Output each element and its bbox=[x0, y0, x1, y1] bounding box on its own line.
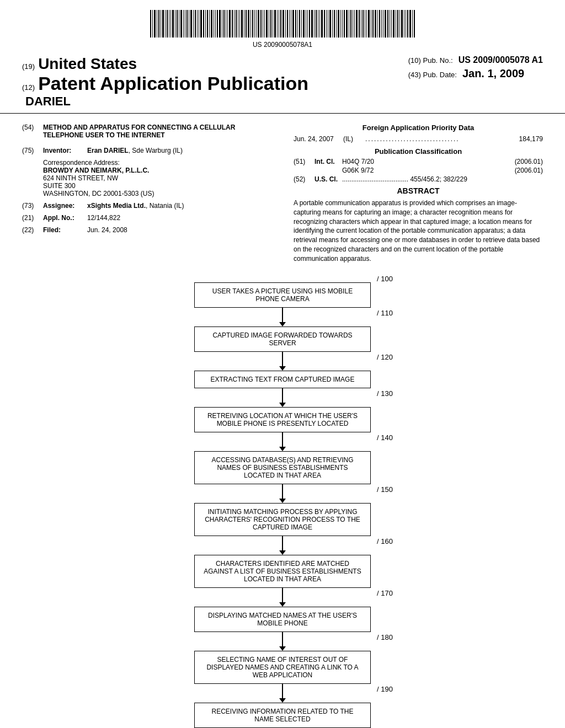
svg-rect-99 bbox=[353, 10, 353, 38]
svg-rect-6 bbox=[162, 10, 164, 38]
flow-box-2: CAPTURED IMAGE FORWARDED TOWARDS SERVER bbox=[194, 326, 371, 352]
svg-rect-38 bbox=[227, 10, 228, 38]
svg-rect-46 bbox=[244, 10, 244, 38]
svg-rect-57 bbox=[266, 10, 268, 38]
svg-rect-15 bbox=[180, 10, 182, 38]
svg-rect-47 bbox=[246, 10, 247, 38]
svg-rect-19 bbox=[189, 10, 189, 38]
svg-rect-53 bbox=[258, 10, 259, 38]
svg-rect-92 bbox=[338, 10, 339, 38]
svg-rect-49 bbox=[250, 10, 251, 38]
assignee-row: (73) Assignee: xSights Media Ltd., Natan… bbox=[22, 202, 271, 210]
svg-rect-73 bbox=[299, 10, 300, 38]
pub-date-label: (43) Pub. Date: bbox=[408, 71, 457, 79]
corr-line4: WASHINGTON, DC 20001-5303 (US) bbox=[43, 190, 271, 197]
step-label-160: / 160 bbox=[377, 537, 393, 545]
svg-rect-10 bbox=[170, 10, 171, 38]
svg-rect-48 bbox=[248, 10, 249, 38]
svg-rect-22 bbox=[195, 10, 196, 38]
svg-rect-97 bbox=[349, 10, 349, 38]
svg-rect-37 bbox=[226, 10, 226, 38]
arrow-7: / 170 bbox=[167, 588, 398, 607]
arrow-3: / 130 bbox=[167, 388, 398, 407]
step-label-120: / 120 bbox=[377, 353, 393, 361]
arrow-8: / 180 bbox=[167, 632, 398, 651]
svg-rect-24 bbox=[199, 10, 199, 38]
svg-rect-112 bbox=[379, 10, 380, 38]
corr-line3: SUITE 300 bbox=[43, 182, 271, 190]
flow-step-8: DISPLAYING MATCHED NAMES AT THE USER'S M… bbox=[167, 607, 398, 632]
us-number-label: (19) bbox=[22, 62, 35, 71]
svg-rect-122 bbox=[399, 10, 400, 38]
svg-rect-113 bbox=[381, 10, 382, 38]
flow-box-4: RETREIVING LOCATION AT WHICH THE USER'S … bbox=[194, 407, 371, 432]
foreign-data-row: Jun. 24, 2007 (IL) .....................… bbox=[294, 135, 543, 143]
left-column: (54) METHOD AND APPARATUS FOR CONNECTING… bbox=[0, 118, 282, 269]
flow-text-7: CHARACTERS IDENTIFIED ARE MATCHED AGAINS… bbox=[204, 560, 361, 583]
svg-rect-116 bbox=[387, 10, 388, 38]
flow-text-8: DISPLAYING MATCHED NAMES AT THE USER'S M… bbox=[208, 612, 357, 627]
svg-rect-5 bbox=[161, 10, 161, 38]
arrow-2: / 120 bbox=[167, 352, 398, 371]
title-block: (54) METHOD AND APPARATUS FOR CONNECTING… bbox=[22, 124, 271, 139]
svg-rect-30 bbox=[211, 10, 212, 38]
right-column: Foreign Application Priority Data Jun. 2… bbox=[282, 118, 565, 269]
svg-rect-69 bbox=[291, 10, 291, 38]
correspondence-label: Correspondence Address: bbox=[43, 159, 271, 167]
svg-rect-79 bbox=[311, 10, 313, 38]
patent-app-num-label: (12) bbox=[22, 83, 35, 92]
flow-step-9: SELECTING NAME OF INTEREST OUT OF DISPLA… bbox=[167, 651, 398, 684]
svg-rect-7 bbox=[165, 10, 166, 38]
appl-num: (21) bbox=[22, 214, 43, 222]
flow-box-10: RECEIVING INFORMATION RELATED TO THE NAM… bbox=[194, 703, 371, 728]
svg-rect-28 bbox=[207, 10, 208, 38]
arrow-9: / 190 bbox=[167, 684, 398, 703]
flow-step-2: CAPTURED IMAGE FORWARDED TOWARDS SERVER bbox=[167, 326, 398, 352]
svg-rect-105 bbox=[365, 10, 365, 38]
svg-rect-98 bbox=[350, 10, 351, 38]
svg-rect-104 bbox=[363, 10, 364, 38]
svg-rect-117 bbox=[390, 10, 390, 38]
svg-rect-90 bbox=[334, 10, 335, 38]
svg-rect-34 bbox=[219, 10, 221, 38]
svg-rect-55 bbox=[263, 10, 263, 38]
arrow-5: / 150 bbox=[167, 484, 398, 503]
flow-step-6: INITIATING MATCHING PROCESS BY APPLYING … bbox=[167, 503, 398, 536]
svg-rect-83 bbox=[319, 10, 320, 38]
flow-text-6: INITIATING MATCHING PROCESS BY APPLYING … bbox=[205, 508, 360, 531]
corr-line2: 624 NINTH STREET, NW bbox=[43, 174, 271, 182]
svg-rect-27 bbox=[205, 10, 206, 38]
svg-rect-59 bbox=[270, 10, 271, 38]
flow-step-1: USER TAKES A PICTURE USING HIS MOBILE PH… bbox=[167, 282, 398, 308]
inventor-value: Eran DARIEL, Sde Warburg (IL) bbox=[87, 147, 271, 154]
svg-rect-23 bbox=[197, 10, 198, 38]
appl-label: Appl. No.: bbox=[43, 214, 87, 222]
foreign-num: 184,179 bbox=[519, 135, 543, 143]
assignee-num: (73) bbox=[22, 202, 43, 210]
svg-rect-102 bbox=[359, 10, 360, 38]
flow-box-7: CHARACTERS IDENTIFIED ARE MATCHED AGAINS… bbox=[194, 555, 371, 588]
flow-step-5: ACCESSING DATABASE(S) AND RETRIEVING NAM… bbox=[167, 451, 398, 484]
svg-rect-86 bbox=[326, 10, 327, 38]
foreign-app-title: Foreign Application Priority Data bbox=[294, 124, 543, 132]
svg-rect-119 bbox=[393, 10, 395, 38]
svg-rect-3 bbox=[157, 10, 157, 38]
int-cl-g06k-year: (2006.01) bbox=[504, 167, 543, 174]
flow-text-4: RETREIVING LOCATION AT WHICH THE USER'S … bbox=[207, 412, 358, 427]
svg-rect-32 bbox=[215, 10, 216, 38]
svg-rect-35 bbox=[222, 10, 222, 38]
svg-rect-74 bbox=[301, 10, 302, 38]
svg-rect-109 bbox=[372, 10, 374, 38]
svg-rect-20 bbox=[190, 10, 192, 38]
svg-rect-89 bbox=[332, 10, 333, 38]
svg-rect-18 bbox=[186, 10, 188, 38]
svg-rect-110 bbox=[375, 10, 376, 38]
appl-row: (21) Appl. No.: 12/144,822 bbox=[22, 214, 271, 222]
header-section: (19) United States (12) Patent Applicati… bbox=[0, 51, 565, 109]
svg-rect-13 bbox=[177, 10, 178, 38]
svg-rect-11 bbox=[172, 10, 174, 38]
svg-rect-87 bbox=[328, 10, 328, 38]
svg-rect-17 bbox=[185, 10, 185, 38]
us-cl-value: .................................... 455… bbox=[342, 175, 543, 183]
arrow-6: / 160 bbox=[167, 536, 398, 555]
